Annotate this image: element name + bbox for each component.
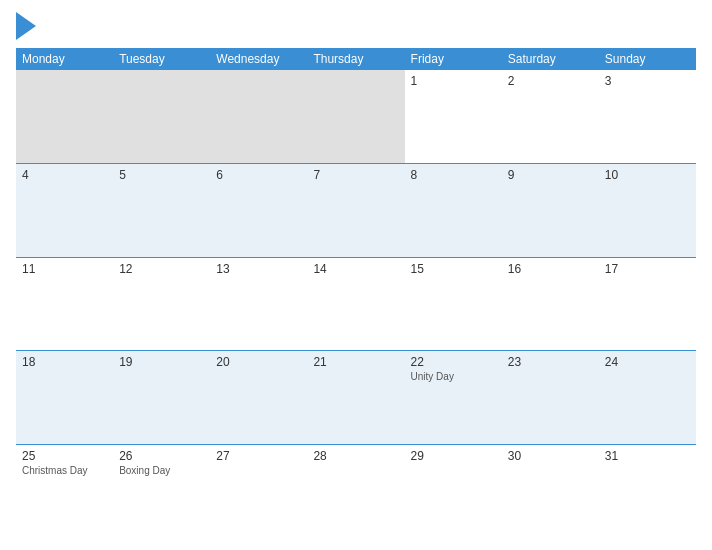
day-number: 5: [119, 168, 204, 182]
day-number: 6: [216, 168, 301, 182]
day-number: 22: [411, 355, 496, 369]
day-cell: 15: [405, 258, 502, 351]
day-cell: 2: [502, 70, 599, 163]
day-number: 8: [411, 168, 496, 182]
day-number: 28: [313, 449, 398, 463]
day-cell: 10: [599, 164, 696, 257]
day-number: 14: [313, 262, 398, 276]
day-number: 4: [22, 168, 107, 182]
holiday-label: Christmas Day: [22, 465, 107, 476]
day-number: 3: [605, 74, 690, 88]
holiday-label: Unity Day: [411, 371, 496, 382]
day-cell: 31: [599, 445, 696, 538]
logo-triangle-icon: [16, 12, 36, 40]
day-cell: 19: [113, 351, 210, 444]
day-number: 16: [508, 262, 593, 276]
day-cell: 12: [113, 258, 210, 351]
day-cell: 1: [405, 70, 502, 163]
day-number: 26: [119, 449, 204, 463]
day-number: 29: [411, 449, 496, 463]
day-header-wednesday: Wednesday: [210, 48, 307, 70]
day-header-tuesday: Tuesday: [113, 48, 210, 70]
day-cell: 30: [502, 445, 599, 538]
day-number: 10: [605, 168, 690, 182]
calendar-container: MondayTuesdayWednesdayThursdayFridaySatu…: [0, 0, 712, 550]
day-cell: [16, 70, 113, 163]
day-cell: [307, 70, 404, 163]
day-cell: 28: [307, 445, 404, 538]
svg-marker-0: [16, 12, 36, 40]
calendar-header: [16, 12, 696, 40]
day-number: 13: [216, 262, 301, 276]
day-number: 31: [605, 449, 690, 463]
day-headers-row: MondayTuesdayWednesdayThursdayFridaySatu…: [16, 48, 696, 70]
day-cell: 21: [307, 351, 404, 444]
calendar-grid: 12345678910111213141516171819202122Unity…: [16, 70, 696, 538]
day-number: 19: [119, 355, 204, 369]
week-row-2: 45678910: [16, 164, 696, 258]
day-header-saturday: Saturday: [502, 48, 599, 70]
day-number: 1: [411, 74, 496, 88]
day-number: 24: [605, 355, 690, 369]
day-cell: 29: [405, 445, 502, 538]
day-number: 27: [216, 449, 301, 463]
day-number: 17: [605, 262, 690, 276]
day-cell: 3: [599, 70, 696, 163]
day-cell: 4: [16, 164, 113, 257]
day-number: 2: [508, 74, 593, 88]
day-number: 11: [22, 262, 107, 276]
day-number: 9: [508, 168, 593, 182]
day-header-sunday: Sunday: [599, 48, 696, 70]
week-row-4: 1819202122Unity Day2324: [16, 351, 696, 445]
week-row-3: 11121314151617: [16, 258, 696, 352]
day-header-thursday: Thursday: [307, 48, 404, 70]
day-header-monday: Monday: [16, 48, 113, 70]
day-cell: 20: [210, 351, 307, 444]
day-cell: 27: [210, 445, 307, 538]
day-cell: 16: [502, 258, 599, 351]
day-number: 12: [119, 262, 204, 276]
day-number: 18: [22, 355, 107, 369]
day-cell: 22Unity Day: [405, 351, 502, 444]
day-cell: 17: [599, 258, 696, 351]
day-number: 7: [313, 168, 398, 182]
day-header-friday: Friday: [405, 48, 502, 70]
day-cell: 23: [502, 351, 599, 444]
holiday-label: Boxing Day: [119, 465, 204, 476]
week-row-1: 123: [16, 70, 696, 164]
day-cell: 6: [210, 164, 307, 257]
day-cell: 25Christmas Day: [16, 445, 113, 538]
day-number: 21: [313, 355, 398, 369]
week-row-5: 25Christmas Day26Boxing Day2728293031: [16, 445, 696, 538]
day-number: 15: [411, 262, 496, 276]
logo: [16, 12, 36, 40]
day-number: 23: [508, 355, 593, 369]
day-cell: [113, 70, 210, 163]
day-number: 30: [508, 449, 593, 463]
day-cell: 11: [16, 258, 113, 351]
day-cell: 26Boxing Day: [113, 445, 210, 538]
day-cell: 18: [16, 351, 113, 444]
day-cell: 7: [307, 164, 404, 257]
day-cell: 9: [502, 164, 599, 257]
day-cell: 13: [210, 258, 307, 351]
day-cell: 14: [307, 258, 404, 351]
day-cell: 24: [599, 351, 696, 444]
day-number: 20: [216, 355, 301, 369]
day-cell: [210, 70, 307, 163]
day-cell: 8: [405, 164, 502, 257]
day-number: 25: [22, 449, 107, 463]
day-cell: 5: [113, 164, 210, 257]
